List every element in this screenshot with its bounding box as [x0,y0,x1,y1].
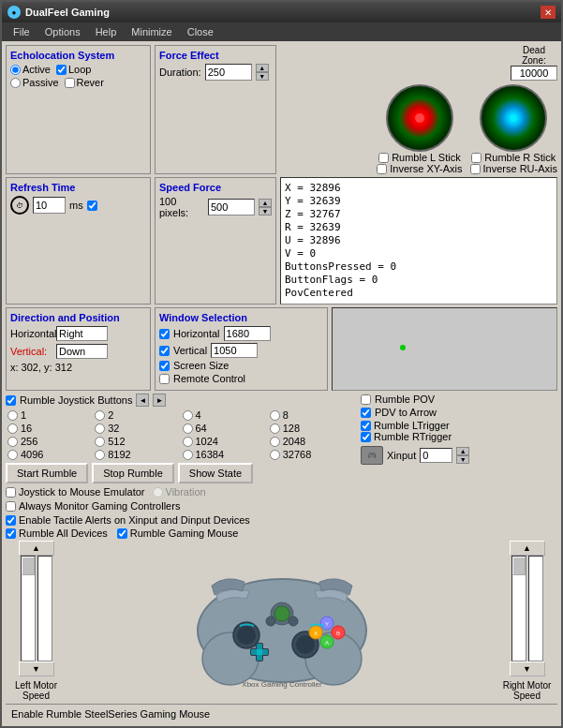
inverse-xy-label: Inverse XY-Axis [390,163,462,174]
menu-close[interactable]: Close [180,24,221,39]
refresh-checkbox[interactable] [87,201,97,211]
win-vert-checkbox[interactable] [159,346,170,356]
rumble-pov-checkbox[interactable] [361,394,371,405]
xinput-down[interactable]: ▼ [456,455,469,464]
num-radio-512[interactable] [95,437,105,447]
rumble-mouse-check: Rumble Gaming Mouse [117,527,239,539]
inverse-xy-checkbox[interactable] [377,164,387,174]
win-horiz-label: Horizontal [173,328,220,339]
num-label-16384: 16384 [196,449,225,460]
vert-dir-input[interactable] [56,344,108,359]
right-scroll-down[interactable]: ▼ [510,661,545,676]
dead-label: Dead [523,45,545,55]
num-radio-32768[interactable] [270,450,280,460]
win-horiz-input[interactable] [224,326,271,341]
loop-checkbox[interactable] [56,65,67,75]
num-radio-1[interactable] [7,410,18,421]
speed-input[interactable] [208,199,255,215]
num-radio-256[interactable] [7,437,18,447]
left-scroll-track[interactable] [21,556,36,661]
inverse-ru-checkbox[interactable] [470,164,481,174]
duration-up[interactable]: ▲ [256,64,269,72]
num-radio-32[interactable] [95,423,105,434]
num-label-16: 16 [21,423,32,434]
joystick-mouse-checkbox[interactable] [6,487,16,498]
arrows-right-btn[interactable]: ► [153,394,166,407]
close-button[interactable]: ✕ [541,6,556,19]
menu-options[interactable]: Options [37,24,88,39]
tactile-checkbox[interactable] [6,515,16,526]
num-radio-item: 16 [7,423,93,434]
duration-input[interactable]: 250 [205,64,252,81]
xinput-up[interactable]: ▲ [456,447,469,455]
force-panel: Force Effect Duration: 250 ▲ ▼ [155,45,276,174]
passive-radio-item: Passive [10,77,59,88]
ltrigger-label: Rumble LTrigger [374,420,450,431]
right-scroll-up[interactable]: ▲ [510,541,545,556]
passive-radio[interactable] [10,78,21,88]
num-radio-16[interactable] [7,423,18,434]
always-monitor-checkbox[interactable] [6,501,16,512]
xinput-input[interactable] [420,448,452,463]
rumble-all-checkbox[interactable] [6,528,16,539]
position-dot [400,345,406,350]
num-radio-2048[interactable] [270,437,280,447]
show-state-button[interactable]: Show State [178,463,253,483]
num-radio-128[interactable] [270,423,280,434]
num-radio-4096[interactable] [7,450,18,460]
rumble-r-checkbox[interactable] [471,153,482,163]
rumble-l-checkbox[interactable] [378,153,389,163]
left-scroll-down[interactable]: ▼ [19,661,54,676]
horiz-dir-row: Horizontal: [10,326,146,341]
num-radio-64[interactable] [183,423,193,434]
right-radar-dot [510,114,517,122]
left-scroll-thumb [22,557,35,575]
speed-label: 100 pixels: [159,196,204,218]
stop-rumble-button[interactable]: Stop Rumble [92,463,174,483]
right-scroll-thumb [512,557,526,575]
rtrigger-checkbox[interactable] [361,432,371,442]
right-scroll-track[interactable] [511,556,526,661]
start-rumble-button[interactable]: Start Rumble [6,463,88,483]
rumble-joystick-checkbox[interactable] [6,395,16,406]
num-radio-1024[interactable] [183,437,193,447]
menu-file[interactable]: File [6,24,37,39]
always-monitor-check: Always Monitor Gaming Controllers [6,500,357,512]
num-radio-16384[interactable] [183,450,193,460]
rumble-r-row: Rumble R Stick [471,152,556,163]
num-radio-8192[interactable] [95,450,105,460]
num-radio-4[interactable] [183,410,193,421]
win-vert-input[interactable] [211,343,258,358]
horiz-dir-input[interactable] [56,326,108,341]
win-screen-checkbox[interactable] [159,361,170,371]
action-buttons: Start Rumble Stop Rumble Show State [6,463,357,483]
rumble-mouse-checkbox[interactable] [117,528,127,539]
deadzone-input[interactable] [511,66,557,81]
speed-down[interactable]: ▼ [259,207,272,215]
content-area: Echolocation System Active Loop Passive [2,41,561,726]
num-label-4096: 4096 [21,449,43,460]
bottom-controls: Start Rumble Stop Rumble Show State Joys… [6,463,357,514]
right-radar-col: Rumble R Stick Inverse RU-Axis [470,84,557,174]
menu-help[interactable]: Help [88,24,125,39]
win-horiz-checkbox[interactable] [159,329,170,339]
active-radio[interactable] [10,65,21,75]
win-remote-checkbox[interactable] [159,374,170,384]
rever-checkbox[interactable] [65,78,75,88]
speed-up[interactable]: ▲ [259,199,272,207]
num-radio-8[interactable] [270,410,280,421]
state-line: PovCentered [285,287,553,300]
active-row: Active Loop [10,64,146,75]
refresh-input[interactable] [33,197,66,214]
vibration-radio: Vibration [153,486,206,498]
pdv-arrow-checkbox[interactable] [361,408,371,418]
ltrigger-checkbox[interactable] [361,421,371,431]
duration-down[interactable]: ▼ [256,72,269,81]
arrows-left-btn[interactable]: ◄ [136,394,149,407]
num-radio-2[interactable] [95,410,105,421]
num-label-2048: 2048 [283,436,305,447]
vibration-radio-input[interactable] [153,487,163,498]
menu-minimize[interactable]: Minimize [124,24,179,39]
left-scroll-up[interactable]: ▲ [19,541,54,556]
tactile-check: Enable Tactile Alerts on Xinput and Dinp… [6,514,357,526]
